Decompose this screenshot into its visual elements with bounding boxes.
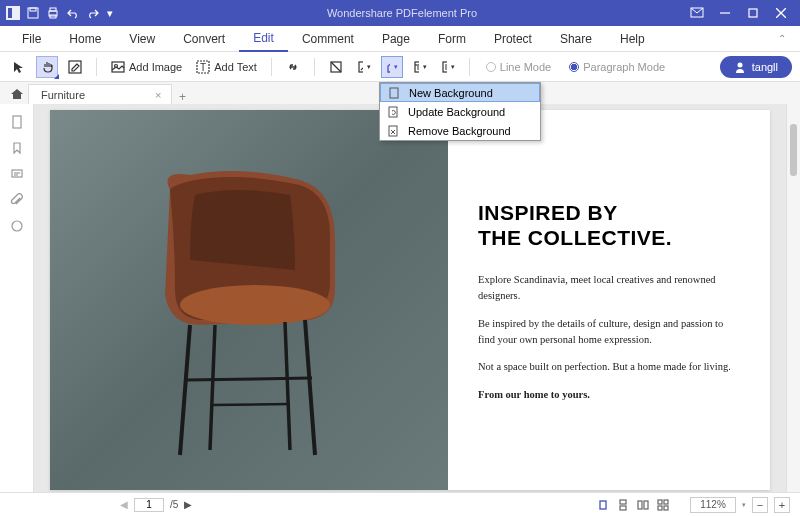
header-footer-tool-icon[interactable]: ▾	[409, 56, 431, 78]
page-image	[50, 110, 448, 490]
svg-rect-3	[30, 8, 36, 11]
collapse-ribbon-icon[interactable]: ⌃	[778, 33, 792, 44]
svg-point-29	[737, 62, 742, 67]
page-text-area: INSPIRED BYTHE COLLECTIVE. Explore Scand…	[448, 110, 770, 490]
user-pill[interactable]: tangll	[720, 56, 792, 78]
tab-close-icon[interactable]: ×	[155, 89, 161, 101]
view-facing-icon[interactable]	[636, 498, 650, 512]
zoom-in-button[interactable]: +	[774, 497, 790, 513]
menu-file[interactable]: File	[8, 26, 55, 52]
document-tab[interactable]: Furniture×	[28, 84, 172, 104]
doc-paragraph: From our home to yours.	[478, 387, 740, 403]
svg-rect-5	[50, 8, 56, 11]
svg-rect-35	[13, 116, 21, 128]
pager: ◀ /5 ▶	[120, 498, 192, 512]
menu-convert[interactable]: Convert	[169, 26, 239, 52]
menu-comment[interactable]: Comment	[288, 26, 368, 52]
page-prev-icon[interactable]: ◀	[120, 499, 128, 510]
view-continuous-icon[interactable]	[616, 498, 630, 512]
titlebar: ▾ Wondershare PDFelement Pro	[0, 0, 800, 26]
statusbar: ◀ /5 ▶ 112% ▾ − +	[0, 492, 800, 516]
maximize-icon[interactable]	[746, 6, 760, 20]
undo-icon[interactable]	[66, 6, 80, 20]
crop-tool-icon[interactable]	[325, 56, 347, 78]
add-image-button[interactable]: Add Image	[107, 56, 186, 78]
qat-dropdown-icon[interactable]: ▾	[106, 6, 114, 20]
zoom-dropdown-icon[interactable]: ▾	[742, 501, 746, 509]
page-current-input[interactable]	[134, 498, 164, 512]
menu-help[interactable]: Help	[606, 26, 659, 52]
link-tool-icon[interactable]	[282, 56, 304, 78]
home-icon[interactable]	[6, 84, 28, 104]
canvas[interactable]: INSPIRED BYTHE COLLECTIVE. Explore Scand…	[34, 104, 786, 492]
svg-point-39	[12, 221, 22, 231]
app-title: Wondershare PDFelement Pro	[114, 7, 690, 19]
document-page: INSPIRED BYTHE COLLECTIVE. Explore Scand…	[50, 110, 770, 490]
scrollbar-thumb[interactable]	[790, 124, 797, 176]
svg-rect-19	[359, 62, 363, 72]
svg-point-40	[180, 285, 330, 325]
paragraph-mode-label: Paragraph Mode	[583, 61, 665, 73]
svg-rect-47	[600, 501, 606, 509]
bates-tool-icon[interactable]: ▾	[437, 56, 459, 78]
view-single-icon[interactable]	[596, 498, 610, 512]
edit-object-tool-icon[interactable]	[64, 56, 86, 78]
menu-share[interactable]: Share	[546, 26, 606, 52]
print-icon[interactable]	[46, 6, 60, 20]
menu-protect[interactable]: Protect	[480, 26, 546, 52]
update-background-item[interactable]: Update Background	[380, 102, 540, 121]
svg-line-46	[212, 404, 290, 405]
hand-tool-icon[interactable]	[36, 56, 58, 78]
select-tool-icon[interactable]	[8, 56, 30, 78]
add-text-label: Add Text	[214, 61, 257, 73]
svg-rect-52	[658, 500, 662, 504]
svg-rect-50	[638, 501, 642, 509]
add-image-label: Add Image	[129, 61, 182, 73]
add-text-button[interactable]: TAdd Text	[192, 56, 261, 78]
shapes-icon[interactable]	[9, 218, 25, 234]
svg-rect-55	[664, 506, 668, 510]
mail-icon[interactable]	[690, 6, 704, 20]
vertical-scrollbar[interactable]	[786, 104, 800, 492]
background-tool-icon[interactable]: ▾	[381, 56, 403, 78]
menu-page[interactable]: Page	[368, 26, 424, 52]
menu-home[interactable]: Home	[55, 26, 115, 52]
page-refresh-icon	[386, 105, 400, 119]
edit-toolbar: Add Image TAdd Text ▾ ▾ ▾ ▾ Line Mode Pa…	[0, 52, 800, 82]
page-add-icon	[387, 86, 401, 100]
thumbnails-icon[interactable]	[9, 114, 25, 130]
menu-edit[interactable]: Edit	[239, 26, 288, 52]
redo-icon[interactable]	[86, 6, 100, 20]
new-background-item[interactable]: New Background	[380, 83, 540, 102]
close-icon[interactable]	[774, 6, 788, 20]
zoom-level[interactable]: 112%	[690, 497, 736, 513]
bookmark-icon[interactable]	[9, 140, 25, 156]
svg-rect-54	[658, 506, 662, 510]
background-dropdown: New Background Update Background Remove …	[379, 82, 541, 141]
minimize-icon[interactable]	[718, 6, 732, 20]
page-total: /5	[170, 499, 178, 510]
zoom-out-button[interactable]: −	[752, 497, 768, 513]
svg-line-43	[210, 325, 215, 450]
new-tab-icon[interactable]: +	[172, 90, 192, 104]
svg-rect-49	[620, 506, 626, 510]
line-mode-radio[interactable]: Line Mode	[480, 61, 557, 73]
svg-line-44	[285, 322, 290, 450]
menubar: File Home View Convert Edit Comment Page…	[0, 26, 800, 52]
doc-paragraph: Be inspired by the details of culture, d…	[478, 316, 740, 348]
view-grid-icon[interactable]	[656, 498, 670, 512]
paragraph-mode-radio[interactable]: Paragraph Mode	[563, 61, 671, 73]
doc-paragraph: Not a space built on perfection. But a h…	[478, 359, 740, 375]
menu-form[interactable]: Form	[424, 26, 480, 52]
comment-panel-icon[interactable]	[9, 166, 25, 182]
menu-view[interactable]: View	[115, 26, 169, 52]
svg-rect-12	[69, 61, 81, 73]
remove-background-item[interactable]: Remove Background	[380, 121, 540, 140]
side-panel	[0, 104, 34, 492]
watermark-tool-icon[interactable]: ▾	[353, 56, 375, 78]
page-next-icon[interactable]: ▶	[184, 499, 192, 510]
attachment-icon[interactable]	[9, 192, 25, 208]
svg-line-42	[305, 320, 315, 455]
save-icon[interactable]	[26, 6, 40, 20]
app-logo-icon	[6, 6, 20, 20]
